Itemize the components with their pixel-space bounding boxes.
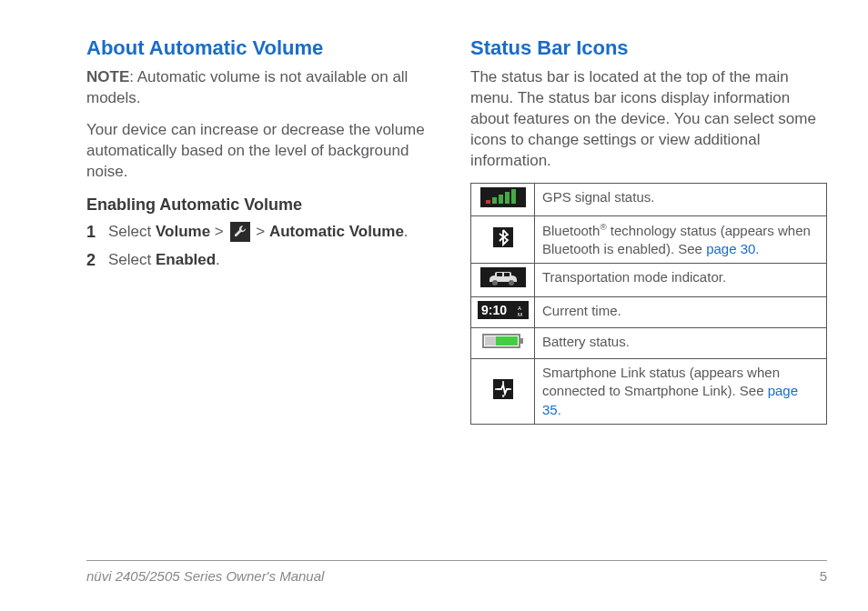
right-column: Status Bar Icons The status bar is locat… (470, 36, 827, 425)
svg-text:M: M (518, 312, 522, 317)
table-row: Smartphone Link status (appears when con… (471, 359, 827, 425)
page-number: 5 (820, 568, 827, 584)
svg-point-12 (492, 280, 498, 285)
automatic-volume-label: Automatic Volume (269, 223, 404, 240)
svg-rect-4 (499, 195, 503, 204)
battery-desc: Battery status. (535, 327, 827, 358)
smartphone-link-icon (471, 359, 535, 425)
svg-rect-6 (511, 189, 516, 204)
status-icon-table: GPS signal status. Bluetooth® technology… (470, 183, 827, 425)
svg-rect-5 (505, 192, 510, 204)
bluetooth-desc: Bluetooth® technology status (appears wh… (535, 215, 827, 264)
svg-point-13 (509, 280, 514, 285)
svg-rect-10 (497, 273, 502, 276)
transport-mode-desc: Transportation mode indicator. (535, 264, 827, 296)
svg-rect-3 (492, 197, 497, 204)
heading-auto-volume: About Automatic Volume (86, 36, 443, 60)
bluetooth-icon (471, 215, 535, 264)
note-paragraph: NOTE: Automatic volume is not available … (86, 67, 443, 109)
svg-rect-11 (504, 273, 510, 276)
battery-icon (471, 327, 535, 358)
svg-rect-19 (520, 338, 523, 344)
current-time-desc: Current time. (535, 296, 827, 327)
svg-rect-2 (486, 200, 490, 204)
step-2: Select Enabled. (86, 248, 443, 272)
gps-signal-desc: GPS signal status. (535, 183, 827, 215)
table-row: Transportation mode indicator. (471, 264, 827, 296)
table-row: 9:10AM Current time. (471, 296, 827, 327)
volume-label: Volume (156, 223, 210, 240)
page-footer: nüvi 2405/2505 Series Owner's Manual 5 (86, 560, 827, 584)
steps-list: Select Volume > > Automatic Volume. Sele… (86, 220, 443, 272)
smartphone-link-desc: Smartphone Link status (appears when con… (535, 359, 827, 425)
car-icon (471, 264, 535, 296)
gps-signal-icon (471, 183, 535, 215)
heading-status-icons: Status Bar Icons (470, 36, 827, 60)
registered-mark: ® (600, 222, 606, 232)
table-row: Bluetooth® technology status (appears wh… (471, 215, 827, 264)
manual-title: nüvi 2405/2505 Series Owner's Manual (86, 568, 324, 584)
clock-icon: 9:10AM (471, 296, 535, 327)
note-label: NOTE (86, 68, 129, 85)
enabled-label: Enabled (156, 251, 216, 268)
table-row: GPS signal status. (471, 183, 827, 215)
auto-volume-description: Your device can increase or decrease the… (86, 120, 443, 183)
subheading-enabling: Enabling Automatic Volume (86, 195, 443, 215)
svg-rect-21 (496, 336, 518, 346)
table-row: Battery status. (471, 327, 827, 358)
svg-text:9:10: 9:10 (481, 303, 507, 317)
note-text: : Automatic volume is not available on a… (86, 68, 408, 106)
left-column: About Automatic Volume NOTE: Automatic v… (86, 36, 443, 425)
step-1: Select Volume > > Automatic Volume. (86, 220, 443, 244)
svg-text:A: A (518, 306, 521, 311)
page-30-link[interactable]: page 30. (706, 241, 759, 256)
wrench-icon (230, 222, 250, 242)
svg-rect-20 (485, 336, 496, 346)
status-description: The status bar is located at the top of … (470, 67, 827, 172)
